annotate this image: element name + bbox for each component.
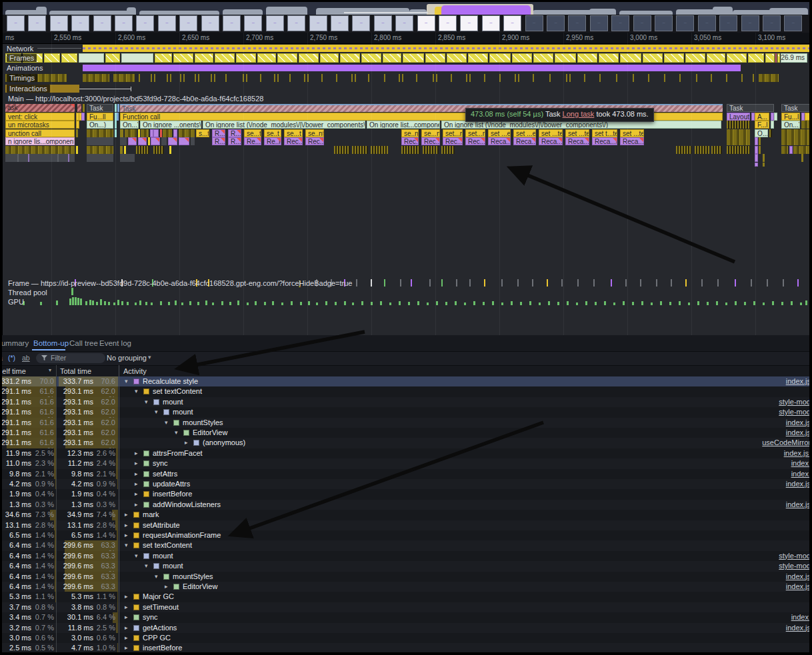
flame-event[interactable] (120, 154, 135, 162)
frame-duration-badge[interactable]: 26.9 ms (781, 53, 807, 63)
flame-event[interactable]: set t...tent (592, 129, 617, 137)
frame-block[interactable] (468, 53, 488, 63)
gpu-activity-bar[interactable] (800, 303, 802, 305)
table-row[interactable]: 1.9 ms0.4 %1.9 ms0.4 %▸insertBefore (0, 489, 812, 499)
frame-block[interactable] (105, 53, 120, 63)
gpu-activity-bar[interactable] (121, 301, 123, 305)
frame-block[interactable] (489, 53, 511, 63)
screenshot-thumbnail[interactable]: ~ (719, 15, 737, 31)
frame-block[interactable] (257, 53, 276, 63)
flame-event[interactable] (76, 129, 78, 137)
table-row[interactable]: 3.4 ms0.7 %30.1 ms6.4 %▸syncindex. (0, 612, 812, 622)
flame-event[interactable] (727, 121, 750, 129)
gpu-activity-bar[interactable] (135, 303, 137, 305)
expander-icon[interactable]: ▾ (135, 552, 138, 559)
activity-label[interactable]: mark (143, 510, 159, 518)
flame-event[interactable] (695, 146, 709, 154)
col-activity[interactable]: Activity (123, 367, 147, 375)
table-row[interactable]: 4.2 ms0.9 %4.2 ms0.9 %▸updateAttrsindex.… (0, 479, 812, 489)
frame-block[interactable] (121, 53, 153, 63)
flame-event[interactable] (87, 154, 113, 162)
frame-block[interactable] (44, 53, 60, 63)
activity-label[interactable]: EditorView (183, 582, 217, 590)
screenshot-thumbnail[interactable]: ~ (611, 15, 629, 31)
flame-event[interactable] (763, 163, 765, 167)
frame-block[interactable] (599, 53, 619, 63)
screenshot-thumbnail[interactable]: ~ (331, 15, 349, 31)
gpu-activity-bar[interactable] (344, 301, 346, 305)
gpu-activity-bar[interactable] (427, 303, 429, 305)
flame-event[interactable] (120, 129, 123, 137)
activity-label[interactable]: set textContent (143, 541, 192, 549)
table-row[interactable]: 6.5 ms1.4 %6.5 ms1.4 %▸requestAnimationF… (0, 530, 812, 540)
screenshot-thumbnail[interactable]: ~ (525, 15, 543, 31)
source-link[interactable]: index.js (786, 624, 811, 632)
gpu-activity-bar[interactable] (688, 303, 690, 305)
expander-icon[interactable]: ▸ (135, 470, 138, 477)
regex-toggle-icon[interactable]: (*) (8, 354, 15, 362)
gpu-activity-bar[interactable] (539, 303, 541, 305)
gpu-activity-bar[interactable] (805, 301, 807, 305)
source-link[interactable]: index.js (786, 572, 811, 580)
gpu-activity-bar[interactable] (281, 303, 283, 305)
flame-event[interactable] (5, 154, 75, 162)
filter-input[interactable]: Filter (36, 353, 105, 363)
activity-label[interactable]: mount (163, 562, 183, 570)
source-link[interactable]: index.js: (784, 449, 811, 457)
screenshot-thumbnail[interactable]: ~ (655, 15, 673, 31)
frame-block[interactable] (215, 53, 235, 63)
flame-event[interactable]: Rec...yle (443, 137, 463, 145)
timings-mark[interactable] (451, 74, 452, 82)
gpu-activity-bar[interactable] (763, 303, 765, 305)
gpu-activity-bar[interactable] (501, 303, 503, 305)
timings-mark[interactable] (183, 74, 185, 82)
flame-event[interactable] (423, 146, 439, 154)
screenshot-thumbnail[interactable]: ~ (244, 15, 262, 31)
gpu-activity-bar[interactable] (669, 302, 671, 305)
thread-pool-mark[interactable] (71, 288, 73, 295)
table-row[interactable]: 1.3 ms0.3 %1.3 ms0.3 %▸addWindowListener… (0, 500, 812, 510)
expander-icon[interactable]: ▸ (125, 593, 128, 600)
frame-block[interactable] (403, 53, 424, 63)
flame-event[interactable] (128, 137, 137, 145)
timings-mark[interactable] (154, 74, 155, 82)
gpu-activity-bar[interactable] (100, 299, 102, 305)
col-self-time[interactable]: Self time (0, 367, 26, 375)
frame-block[interactable] (555, 53, 576, 63)
activity-label[interactable]: mountStyles (183, 418, 223, 426)
flame-event[interactable]: n ignore lis...omponents\/) (5, 137, 75, 145)
activity-label[interactable]: CPP GC (143, 634, 171, 642)
timings-mark[interactable] (753, 74, 754, 82)
activity-label[interactable]: (anonymous) (203, 438, 245, 446)
flame-event[interactable] (76, 146, 78, 154)
timings-mark[interactable] (180, 74, 181, 82)
gpu-activity-bar[interactable] (205, 301, 207, 305)
flame-event[interactable]: O... (755, 129, 768, 137)
screenshot-thumbnail[interactable]: ~ (158, 15, 176, 31)
expander-icon[interactable]: ▸ (125, 624, 128, 631)
frame-block[interactable] (320, 53, 339, 63)
activity-label[interactable]: getActions (143, 624, 177, 632)
flame-event[interactable] (136, 146, 149, 154)
table-row[interactable]: 291.1 ms61.6 %293.1 ms62.0 %▾mountStyles… (0, 418, 812, 428)
flame-event[interactable] (5, 146, 75, 154)
tab-summary[interactable]: Summary (0, 339, 29, 347)
flame-event[interactable]: se..nt (305, 129, 324, 137)
flame-event[interactable]: set...nt (443, 129, 463, 137)
gpu-activity-bar[interactable] (632, 302, 634, 305)
flame-event[interactable]: se..nt (401, 129, 419, 137)
flame-event[interactable] (87, 146, 113, 154)
timings-mark[interactable] (304, 74, 305, 82)
table-row[interactable]: 6.4 ms1.4 %299.6 ms63.3 %▾mountstyle-mod (0, 551, 812, 561)
gpu-activity-bar[interactable] (72, 297, 74, 305)
flame-event[interactable] (153, 146, 164, 154)
flame-event[interactable] (163, 129, 172, 137)
screenshot-thumbnail[interactable]: ~ (179, 15, 197, 31)
source-link[interactable]: index.js (786, 418, 811, 426)
gpu-activity-bar[interactable] (168, 302, 170, 305)
expander-icon[interactable]: ▾ (125, 378, 128, 384)
flame-event[interactable] (125, 129, 137, 137)
timings-mark[interactable] (569, 74, 571, 82)
flame-event[interactable] (759, 137, 761, 145)
timings-mark[interactable] (198, 74, 199, 82)
